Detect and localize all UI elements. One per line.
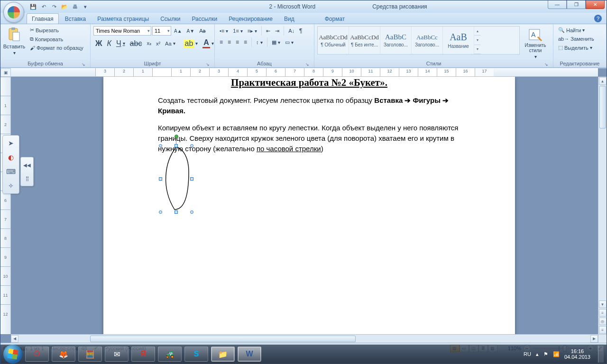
- minimize-button[interactable]: —: [548, 0, 567, 9]
- scroll-up-icon[interactable]: ▲: [599, 77, 607, 85]
- find-button[interactable]: 🔍Найти▾: [556, 26, 603, 34]
- qat-print-icon[interactable]: 🖶: [71, 2, 79, 11]
- replace-button[interactable]: ab→Заменить: [556, 35, 603, 43]
- paragraph-dialog-launcher[interactable]: ↘: [304, 61, 310, 67]
- resize-handle-sw[interactable]: [159, 210, 162, 214]
- tab-page-layout[interactable]: Разметка страницы: [92, 13, 154, 24]
- font-size-combo[interactable]: 11: [152, 26, 171, 36]
- bold-button[interactable]: Ж: [93, 38, 104, 49]
- align-right-button[interactable]: ≡: [234, 38, 241, 46]
- rotate-handle[interactable]: [175, 135, 178, 138]
- style-title[interactable]: AaBНазвание: [443, 27, 474, 54]
- vertical-scrollbar[interactable]: ▲ ▼ ≡ ◎ ≡: [598, 77, 607, 334]
- justify-button[interactable]: ≡: [242, 38, 249, 46]
- style-gallery-more[interactable]: ▴▾▾: [474, 27, 481, 54]
- tab-home[interactable]: Главная: [27, 13, 59, 24]
- tray-clock[interactable]: 16:1604.04.2013: [564, 348, 590, 360]
- collapse-left-icon[interactable]: ◀◀: [21, 159, 33, 171]
- strikethrough-button[interactable]: abc: [128, 38, 144, 49]
- highlight-button[interactable]: ab▾: [182, 38, 200, 49]
- qat-redo-icon[interactable]: ↷: [50, 2, 58, 11]
- tray-network-icon[interactable]: 📶: [553, 351, 560, 357]
- italic-button[interactable]: К: [105, 38, 113, 49]
- ruler-corner[interactable]: ▣: [0, 68, 11, 77]
- document-area[interactable]: Практическая работа №2 «Букет». Создать …: [11, 77, 598, 334]
- select-button[interactable]: ⬚Выделить▾: [556, 44, 603, 52]
- taskbar-skype-icon[interactable]: S: [184, 346, 208, 362]
- cut-button[interactable]: ✂Вырезать: [28, 26, 85, 34]
- taskbar-firefox-icon[interactable]: 🦊: [52, 346, 75, 362]
- font-dialog-launcher[interactable]: ↘: [205, 61, 211, 67]
- style-normal[interactable]: AaBbCcDd¶ Обычный: [318, 27, 349, 54]
- office-button[interactable]: [3, 2, 24, 23]
- tab-references[interactable]: Ссылки: [155, 13, 185, 24]
- resize-handle-se[interactable]: [190, 210, 193, 214]
- prev-page-icon[interactable]: ≡: [599, 309, 607, 317]
- grid-icon[interactable]: ⣿: [21, 173, 33, 184]
- next-page-icon[interactable]: ≡: [599, 326, 607, 334]
- bullets-button[interactable]: •≡▾: [218, 27, 230, 35]
- scroll-right-icon[interactable]: ▶: [590, 335, 598, 343]
- style-heading1[interactable]: AaBbCЗаголово...: [380, 27, 412, 54]
- hscroll-thumb[interactable]: [90, 336, 356, 342]
- maximize-button[interactable]: ❐: [567, 0, 586, 9]
- font-color-button[interactable]: A▾: [201, 37, 216, 49]
- format-painter-button[interactable]: 🖌Формат по образцу: [28, 44, 85, 52]
- color-tool-icon[interactable]: ◐: [5, 152, 17, 163]
- vertical-ruler[interactable]: 123456789101112: [0, 77, 11, 334]
- scroll-down-icon[interactable]: ▼: [599, 300, 607, 308]
- qat-open-icon[interactable]: 📂: [60, 2, 69, 11]
- pointer-tool-icon[interactable]: ➤: [5, 137, 17, 149]
- taskbar-word-icon[interactable]: W: [238, 346, 261, 362]
- scroll-left-icon[interactable]: ◀: [11, 335, 18, 343]
- resize-handle-s[interactable]: [175, 210, 178, 214]
- qat-undo-icon[interactable]: ↶: [39, 2, 48, 11]
- vscroll-thumb[interactable]: [599, 86, 606, 128]
- selected-shape[interactable]: [160, 143, 193, 214]
- multilevel-button[interactable]: ≡▸▾: [246, 27, 259, 35]
- superscript-button[interactable]: x²: [154, 40, 162, 47]
- shading-button[interactable]: ▦▾: [270, 38, 282, 46]
- start-button[interactable]: [3, 345, 22, 364]
- change-case-button[interactable]: Aa▾: [163, 40, 177, 47]
- tab-review[interactable]: Рецензирование: [223, 13, 278, 24]
- taskbar-opera-icon[interactable]: O: [25, 346, 49, 362]
- help-icon[interactable]: ?: [594, 15, 602, 22]
- taskbar-mail-icon[interactable]: ✉: [105, 346, 129, 362]
- show-desktop-button[interactable]: [598, 346, 604, 363]
- numbering-button[interactable]: 1≡▾: [231, 27, 245, 35]
- keyboard-tool-icon[interactable]: ⌨: [5, 166, 17, 177]
- shrink-font-button[interactable]: A▼: [185, 27, 197, 35]
- font-family-combo[interactable]: Times New Roman: [93, 26, 151, 36]
- borders-button[interactable]: ▭▾: [283, 38, 295, 46]
- line-spacing-button[interactable]: ↕▾: [254, 38, 265, 46]
- resize-handle-w[interactable]: [159, 177, 162, 181]
- subscript-button[interactable]: x₂: [145, 39, 153, 47]
- resize-handle-ne[interactable]: [190, 144, 193, 147]
- decrease-indent-button[interactable]: ⇤: [264, 27, 272, 35]
- tray-language[interactable]: RU: [524, 351, 531, 357]
- qat-save-icon[interactable]: 💾: [29, 2, 37, 11]
- horizontal-scrollbar[interactable]: ◀ ▶: [11, 334, 598, 343]
- clear-formatting-button[interactable]: Aa̶: [197, 27, 208, 35]
- style-no-spacing[interactable]: AaBbCcDd¶ Без инте...: [349, 27, 380, 54]
- show-marks-button[interactable]: ¶: [297, 27, 304, 35]
- style-gallery[interactable]: AaBbCcDd¶ Обычный AaBbCcDd¶ Без инте... …: [317, 26, 520, 55]
- tab-insert[interactable]: Вставка: [60, 13, 92, 24]
- grow-font-button[interactable]: A▲: [172, 27, 184, 35]
- close-button[interactable]: ✕: [586, 0, 605, 9]
- resize-handle-e[interactable]: [190, 177, 193, 181]
- increase-indent-button[interactable]: ⇥: [273, 27, 281, 35]
- align-center-button[interactable]: ≡: [226, 38, 233, 46]
- taskbar-yandex-icon[interactable]: Я: [131, 346, 155, 362]
- browse-object-icon[interactable]: ◎: [599, 318, 607, 325]
- tab-view[interactable]: Вид: [279, 13, 300, 24]
- floating-toolbar-2[interactable]: ◀◀ ⣿: [20, 157, 34, 186]
- underline-button[interactable]: Ч▾: [114, 38, 127, 49]
- taskbar-calc-icon[interactable]: 🧮: [78, 346, 102, 362]
- qat-customize-icon[interactable]: ▾: [81, 2, 90, 11]
- tab-mailings[interactable]: Рассылки: [186, 13, 222, 24]
- tray-flag-icon[interactable]: ⚑: [543, 351, 548, 357]
- taskbar-app-icon[interactable]: 🚜: [158, 346, 182, 362]
- paste-button[interactable]: Вставить ▾: [3, 26, 25, 57]
